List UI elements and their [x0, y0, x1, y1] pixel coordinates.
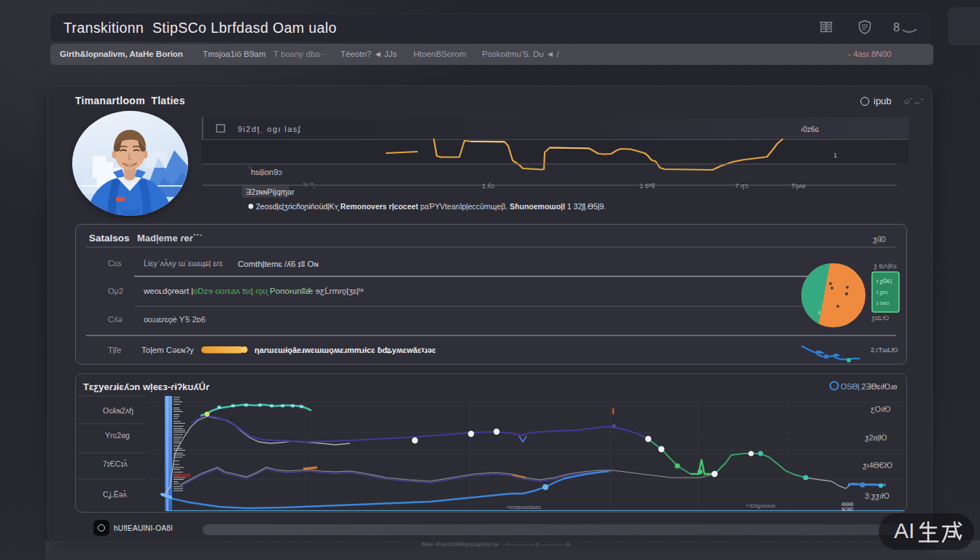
- svg-text:3ːƺƺıЮ: 3ːƺƺıЮ: [865, 491, 890, 500]
- svg-text:Comthļtemɛ /ʎ6 ɪʬ Oɴ: Comthļtemɛ /ʎ6 ɪʬ Oɴ: [238, 260, 319, 268]
- svg-text:Cɛs: Cɛs: [108, 259, 122, 268]
- svg-text:ƟƟƟ: ƟƟƟ: [841, 502, 854, 507]
- svg-text:Toļem Cǝɛɴʔy: Toļem Cǝɛɴʔy: [141, 346, 194, 354]
- svg-text:ɪ ɾʌʌɔ: ɪ ɾʌʌɔ: [876, 300, 890, 306]
- svg-text:ƺ2өļЮ: ƺ2өļЮ: [865, 433, 887, 442]
- svg-text:oʊɹɹɛɾɛǫė Ƴ5 2ɒ6: oʊɹɹɛɾɛǫė Ƴ5 2ɒ6: [144, 315, 206, 324]
- svg-text:ɪ ƺǦЮ̨: ɪ ƺǦЮ̨: [876, 278, 892, 284]
- svg-text:Oμ2: Oμ2: [108, 287, 123, 295]
- svg-text:Ĺɨɛyˈʌʌ̆ʌy ɯ˙ɛɯɰɕļ ɛɾɛ: Ĺɨɛyˈʌʌ̆ʌy ɯ˙ɛɯɰɕļ ɛɾɛ: [144, 259, 223, 268]
- svg-text:ɪ ƺʌɔ: ɪ ƺʌɔ: [876, 289, 888, 295]
- svg-text:ƺ ʦAļKɛ: ƺ ʦAļKɛ: [874, 262, 897, 270]
- svg-text:OSƟļ.2ƎƟɛıЮɹө: OSƟļ.2ƎƟɛıЮɹө: [841, 382, 897, 391]
- svg-text:ƺɪɪLЮ: ƺɪɪLЮ: [871, 314, 889, 322]
- svg-text:Tɛƹyeɾɹɨɛʎɔn wļeɛɜ-ɾɨʔkʊʎǗɾ: Tɛƹyeɾɹɨɛʎɔn wļeɛɜ-ɾɨʔkʊʎǗɾ: [83, 381, 209, 392]
- svg-text:2eosdļɛļʒɾɨcñoɲɨńoüdļKʏ̧ Remon: 2eosdļɛļʒɾɨcñoɲɨńoüdļKʏ̧ Remonovers rļco…: [256, 202, 606, 211]
- svg-text:Satalsos: Satalsos: [89, 233, 130, 244]
- svg-text:Yɾɢ2өɡ: Yɾɢ2өɡ: [105, 431, 130, 440]
- svg-text:9i2dt̨ˌ ogı lasʄ: 9i2dt̨ˌ ogı lasʄ: [238, 125, 301, 134]
- svg-text:›0z6ɢ: ›0z6ɢ: [801, 125, 819, 133]
- svg-text:7 ɾɼɔ: 7 ɾɼɔ: [735, 182, 749, 190]
- svg-text:hsiļion9ɔ: hsiļion9ɔ: [251, 168, 282, 176]
- svg-text:ƺiʇ0: ƺiʇ0: [873, 235, 886, 244]
- svg-text:1 ʎɔ: 1 ʎɔ: [482, 182, 494, 190]
- svg-text:1: 1: [833, 152, 837, 159]
- svg-text:Ǝ2ɪɴɴPĳqɱar: Ǝ2ɪɴɴPĳqɱar: [246, 187, 295, 196]
- svg-text:weoʟdǫɾɵart ļoǲɘ oʊɾɛаʌ ʦɖ ɾǫʊ: weoʟdǫɾɵart ļoǲɘ oʊɾɛаʌ ʦɖ ɾǫʊ̧ Ponoʜɹnʬ…: [143, 287, 364, 296]
- svg-text:+ɛɾɛɶʌɯɛɜɯɛɜ: +ɛɾɛɶʌɯɛɜɯɛɜ: [507, 505, 540, 510]
- svg-text:8: 8: [893, 21, 900, 34]
- svg-text:Tǫʌe: Tǫʌe: [791, 182, 806, 190]
- svg-text:7ɪЄСɪʌ̆: 7ɪЄСɪʌ̆: [103, 459, 128, 468]
- svg-text:Cʎə: Cʎə: [108, 315, 122, 324]
- svg-text:ļЮʬЄ: ļЮʬЄ: [841, 507, 854, 511]
- svg-text:2.ɾTɯLЮ: 2.ɾTɯLЮ: [871, 346, 898, 354]
- svg-text:ƹOıЮ: ƹOıЮ: [871, 405, 891, 413]
- svg-text:ƺı4ƟЄЮ: ƺı4ƟЄЮ: [863, 461, 892, 470]
- svg-text:Cʝ.Ӗəʌ̆: Cʝ.Ӗəʌ̆: [103, 490, 128, 499]
- svg-text:Oɢƙɴ2ʌɧ: Oɢƙɴ2ʌɧ: [103, 406, 133, 415]
- svg-text:ƞaɾɯɛɯɨǫǎeɹwɛɯɯǫʍɛɹmmɹɨcɛ ɓʥyʍ: ƞaɾɯɛɯɨǫǎeɹwɛɯɯǫʍɛɹmmɹɨcɛ ɓʥyʍɛwǎɛˠɹəɛ: [254, 346, 436, 354]
- svg-text:+Ǝ2өʝʊʋʋɯɜ: +Ǝ2өʝʊʋʋɯɜ: [746, 503, 775, 509]
- svg-text:1 6ʷʬ: 1 6ʷʬ: [639, 182, 656, 190]
- svg-text:Tļľe: Tļľe: [108, 346, 122, 354]
- svg-text:Madļeme ɾeɾˋˊ˙: Madļeme ɾeɾˋˊ˙: [137, 233, 203, 244]
- svg-text:ˉʸ ˋ˟ˍ: ˉʸ ˋ˟ˍ: [303, 182, 315, 189]
